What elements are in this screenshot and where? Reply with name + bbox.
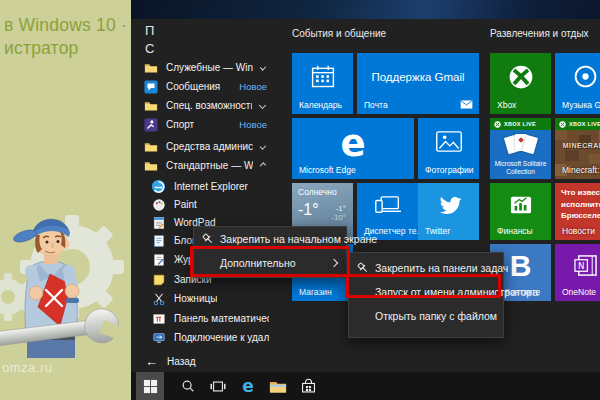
tile-calendar[interactable]: Календарь (292, 53, 353, 114)
tile-onenote[interactable]: N OneNote (555, 244, 600, 301)
taskbar: e (131, 372, 600, 400)
minecraft-logo: MINECRAFT (555, 142, 600, 149)
menu-item-pin-to-taskbar[interactable]: Закрепить на панели задач (349, 256, 503, 280)
xbox-live-label: XBOX LIVE (504, 121, 536, 127)
app-row-math-input-panel[interactable]: Панель математического ввода (151, 309, 269, 328)
pin-icon (201, 232, 215, 246)
scissors-icon (151, 291, 166, 306)
task-view-button[interactable] (204, 372, 232, 400)
sports-icon (143, 117, 158, 132)
app-row-messaging[interactable]: Сообщения Новое (143, 77, 269, 96)
section-letter-s[interactable]: С (145, 39, 154, 58)
taskbar-store-button[interactable] (294, 372, 322, 400)
xbox-live-icon (559, 121, 566, 128)
app-label: Панель математического ввода (174, 313, 269, 324)
app-label: Стандартные — Windows (166, 160, 253, 171)
pin-icon (356, 261, 370, 275)
menu-item-open-file-location[interactable]: Открыть папку с файлом (349, 304, 503, 328)
app-row-snipping-tool[interactable]: Ножницы (151, 289, 269, 308)
taskbar-search-button[interactable] (174, 372, 202, 400)
article-title: в Windows 10 · истратор (4, 14, 127, 60)
tile-label: Minecraft: W... (562, 165, 600, 175)
tile-twitter[interactable]: Twitter (418, 183, 479, 240)
app-label: Средства администрирован... (166, 141, 253, 152)
app-row-accessories[interactable]: Стандартные — Windows (143, 156, 269, 175)
news-headline-line1: Что извест (561, 187, 600, 199)
app-row-accessibility[interactable]: Спец. возможности (143, 96, 269, 115)
tile-photos[interactable]: Фотографии (418, 118, 479, 179)
folder-icon (143, 158, 158, 173)
weather-condition: Солнечно (298, 187, 337, 197)
internet-explorer-icon (151, 179, 166, 194)
wordpad-icon (151, 215, 166, 230)
task-view-icon (210, 380, 226, 393)
app-label: Internet Explorer (174, 181, 248, 192)
new-badge: Новое (239, 119, 269, 130)
chevron-down-icon (260, 143, 266, 149)
start-button[interactable] (136, 372, 164, 400)
app-row-admin-tools[interactable]: Средства администрирован... (143, 137, 269, 156)
xbox-live-icon (494, 121, 501, 128)
calendar-icon (292, 53, 353, 100)
app-label: Подключение к удаленному р... (174, 332, 269, 343)
menu-item-pin-to-start[interactable]: Закрепить на начальном экране (194, 227, 346, 251)
app-row-system-windows[interactable]: Служебные — Windows (143, 58, 269, 77)
notepad-icon (151, 233, 166, 248)
tile-minecraft[interactable]: XBOX LIVE MINECRAFT Minecraft: W... (555, 118, 600, 179)
journal-icon (151, 252, 166, 267)
app-row-internet-explorer[interactable]: Internet Explorer (151, 177, 269, 196)
tile-finance[interactable]: Финансы (490, 183, 551, 240)
weather-high: -1° (331, 204, 346, 213)
math-input-icon (151, 311, 166, 326)
tile-news[interactable]: Что извест исполните Брюсселе Новости (555, 183, 600, 240)
tile-label: Twitter (425, 226, 450, 236)
xbox-live-label: XBOX LIVE (569, 121, 600, 127)
photos-icon (418, 118, 479, 165)
taskbar-edge-button[interactable]: e (234, 372, 262, 400)
app-row-sports[interactable]: Спорт Новое (143, 115, 269, 134)
messaging-icon (143, 79, 158, 94)
tile-group-title-communication: События и общение (292, 28, 386, 39)
finance-chart-icon (490, 183, 551, 226)
edge-icon: e (242, 376, 254, 396)
tile-solitaire[interactable]: XBOX LIVE Microsoft Solitaire Collection (490, 118, 551, 179)
tile-microsoft-edge[interactable]: e Microsoft Edge (292, 118, 414, 179)
tile-group-title-entertainment: Развлечения и отдых (490, 28, 589, 39)
svg-text:N: N (578, 261, 584, 271)
tile-phone-companion[interactable]: Диспетчер те... (357, 183, 418, 240)
xbox-live-banner: XBOX LIVE (490, 118, 551, 130)
playing-cards-icon (490, 132, 551, 158)
envelope-icon (460, 100, 473, 109)
tile-mail[interactable]: Поддержка Gmail Почта (357, 53, 479, 114)
paint-icon (151, 197, 166, 212)
tile-label: Календарь (299, 100, 342, 110)
tile-label: Фотографии (425, 165, 474, 175)
app-label: Ножницы (174, 293, 217, 304)
app-label: Служебные — Windows (166, 62, 253, 73)
app-label: Спорт (166, 119, 194, 130)
app-label: Сообщения (166, 81, 220, 92)
menu-item-run-as-administrator[interactable]: Запуск от имени администратора (349, 280, 503, 304)
tile-label: Новости (562, 226, 595, 236)
back-button[interactable]: ← Назад (145, 352, 196, 371)
taskbar-file-explorer-button[interactable] (264, 372, 292, 400)
chevron-down-icon (259, 102, 266, 109)
tile-label: Магазин (299, 287, 332, 297)
watermark: omza.ru (2, 360, 52, 375)
context-submenu: Закрепить на панели задач Запуск от имен… (348, 252, 504, 338)
tile-groove-music[interactable]: Музыка Gro... (555, 53, 600, 114)
submenu-arrow-icon (330, 259, 338, 267)
remote-desktop-icon (151, 330, 166, 345)
chevron-up-icon (260, 162, 266, 168)
article-title-line2: истратор (4, 37, 127, 60)
app-label: Paint (174, 199, 197, 210)
back-label: Назад (167, 356, 196, 367)
tile-xbox[interactable]: Xbox (490, 53, 551, 114)
context-menu: Закрепить на начальном экране Дополнител… (193, 226, 347, 278)
sticky-notes-icon (151, 272, 166, 287)
section-letter-p[interactable]: П (145, 21, 154, 40)
screenshot-root: в Windows 10 · истратор (0, 0, 600, 400)
app-row-paint[interactable]: Paint (151, 195, 269, 214)
menu-item-more[interactable]: Дополнительно (194, 251, 346, 275)
app-row-remote-desktop[interactable]: Подключение к удаленному р... (151, 328, 269, 347)
